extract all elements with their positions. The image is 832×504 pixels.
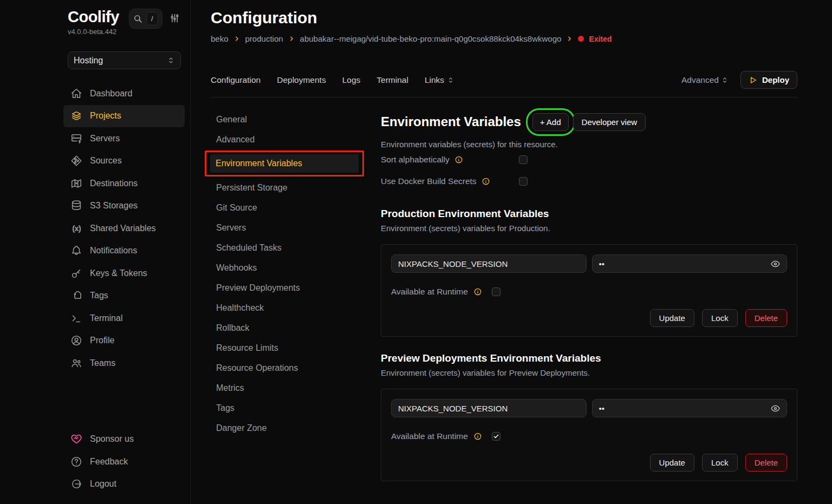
update-button[interactable]: Update [650,454,694,472]
info-icon [473,432,482,441]
sidebar-item-destinations[interactable]: Destinations [63,172,185,195]
variable-name-input[interactable] [391,254,587,273]
environment-variables-section: Environment Variables + Add Developer vi… [381,97,797,504]
info-icon [454,155,463,164]
sidebar-footer-nav: Sponsor us Feedback Logout [68,428,180,496]
variable-value-masked: •• [599,404,605,413]
update-button[interactable]: Update [650,309,694,327]
subnav-item-resource-operations[interactable]: Resource Operations [211,358,381,378]
deploy-button[interactable]: Deploy [740,71,797,89]
sidebar-spacer [68,375,180,415]
sort-alphabetically-label: Sort alphabetically [381,155,450,165]
developer-view-button[interactable]: Developer view [573,113,646,131]
sidebar-item-sources[interactable]: Sources [63,150,185,173]
sidebar-item-s3-storages[interactable]: S3 Storages [63,195,185,218]
sidebar-item-teams[interactable]: Teams [63,352,185,375]
delete-button[interactable]: Delete [745,454,787,472]
team-select-value: Hosting [74,56,103,66]
eye-icon[interactable] [770,259,781,269]
subnav-item-git-source[interactable]: Git Source [211,198,381,218]
lock-button[interactable]: Lock [702,309,738,327]
runtime-checkbox[interactable] [492,287,500,296]
advanced-dropdown[interactable]: Advanced [681,75,729,85]
docker-build-secrets-row: Use Docker Build Secrets [381,171,797,192]
sidebar-item-profile[interactable]: Profile [63,330,185,352]
subnav-item-rollback[interactable]: Rollback [211,318,381,338]
config-subnav: General Advanced Environment Variables P… [211,97,381,504]
subnav-item-tags[interactable]: Tags [211,398,381,418]
sort-alphabetically-checkbox[interactable] [519,155,528,164]
chevron-selector-icon [167,56,175,64]
team-select[interactable]: Hosting [68,51,181,69]
subnav-item-scheduled-tasks[interactable]: Scheduled Tasks [211,238,381,258]
app-logo: Coolify [68,8,119,26]
sidebar-item-tags[interactable]: Tags [63,285,185,307]
breadcrumb: beko production abubakar--meigag/vid-tub… [211,34,797,43]
subnav-item-preview-deployments[interactable]: Preview Deployments [211,278,381,298]
sidebar-item-label: Notifications [90,246,137,256]
delete-button[interactable]: Delete [745,309,787,327]
tab-links[interactable]: Links [425,75,454,85]
server-icon [70,133,82,145]
subnav-item-persistent-storage[interactable]: Persistent Storage [211,178,381,198]
breadcrumb-resource[interactable]: abubakar--meigag/vid-tube-beko-pro:main-… [300,34,562,43]
subnav-item-resource-limits[interactable]: Resource Limits [211,338,381,358]
variable-value-input[interactable]: •• [592,254,788,273]
sidebar-item-servers[interactable]: Servers [63,127,185,150]
add-variable-button[interactable]: + Add [532,113,569,131]
tabs-actions: Advanced Deploy [681,71,797,89]
subnav-item-healthcheck[interactable]: Healthcheck [211,298,381,318]
subnav-item-metrics[interactable]: Metrics [211,378,381,398]
subnav-item-advanced[interactable]: Advanced [211,129,381,149]
logo-block: Coolify v4.0.0-beta.442 [68,8,119,36]
variable-name-input[interactable] [391,399,587,417]
sidebar-header: Coolify v4.0.0-beta.442 / [68,8,180,36]
sidebar-item-label: Terminal [90,313,122,323]
sidebar-item-label: Shared Variables [90,224,156,233]
tab-links-label: Links [425,75,444,85]
sidebar-nav: Dashboard Projects Servers Sources Desti… [68,82,180,375]
sidebar-item-keys-tokens[interactable]: Keys & Tokens [63,262,185,285]
sidebar: Coolify v4.0.0-beta.442 / Hosting Dashbo… [0,0,191,504]
breadcrumb-environment[interactable]: production [245,34,283,43]
sidebar-item-label: Profile [90,336,114,345]
sidebar-item-terminal[interactable]: Terminal [63,307,185,330]
status-badge: Exited [589,35,612,43]
runtime-checkbox[interactable] [492,432,500,441]
sidebar-item-notifications[interactable]: Notifications [63,240,185,263]
lock-button[interactable]: Lock [702,454,738,472]
sidebar-item-shared-variables[interactable]: (x) Shared Variables [63,217,185,240]
sidebar-item-projects[interactable]: Projects [63,105,185,128]
subnav-item-servers[interactable]: Servers [211,218,381,238]
sidebar-item-label: Logout [90,479,116,489]
tab-terminal[interactable]: Terminal [376,75,408,85]
docker-build-secrets-checkbox[interactable] [519,177,528,186]
subnav-item-danger-zone[interactable]: Danger Zone [211,418,381,438]
breadcrumb-team[interactable]: beko [211,34,229,43]
variable-value-input[interactable]: •• [592,399,788,417]
settings-sliders-icon[interactable] [170,13,180,23]
app-version: v4.0.0-beta.442 [68,28,119,36]
subnav-item-environment-variables[interactable]: Environment Variables [210,154,359,173]
tab-configuration[interactable]: Configuration [211,75,261,85]
chevron-right-icon [288,35,295,42]
search-icon [133,14,142,23]
sidebar-item-logout[interactable]: Logout [63,473,185,496]
sidebar-item-label: Sponsor us [90,434,134,444]
tab-logs[interactable]: Logs [342,75,361,85]
main-area: Configuration beko production abubakar--… [191,0,832,504]
variable-value-masked: •• [599,259,605,269]
sidebar-item-feedback[interactable]: Feedback [63,450,185,473]
subnav-item-general[interactable]: General [211,109,381,129]
configuration-content: General Advanced Environment Variables P… [211,97,797,504]
search-button[interactable]: / [129,9,162,29]
sidebar-item-label: S3 Storages [90,201,138,211]
subnav-item-webhooks[interactable]: Webhooks [211,258,381,278]
sidebar-item-dashboard[interactable]: Dashboard [63,82,185,105]
sort-alphabetically-row: Sort alphabetically [381,149,797,171]
eye-icon[interactable] [770,403,781,414]
preview-variable-card: •• Available at Runtime Update Lock Dele… [381,389,797,481]
sidebar-item-label: Servers [90,134,120,143]
sidebar-item-sponsor-us[interactable]: Sponsor us [63,428,185,451]
tab-deployments[interactable]: Deployments [277,75,326,85]
